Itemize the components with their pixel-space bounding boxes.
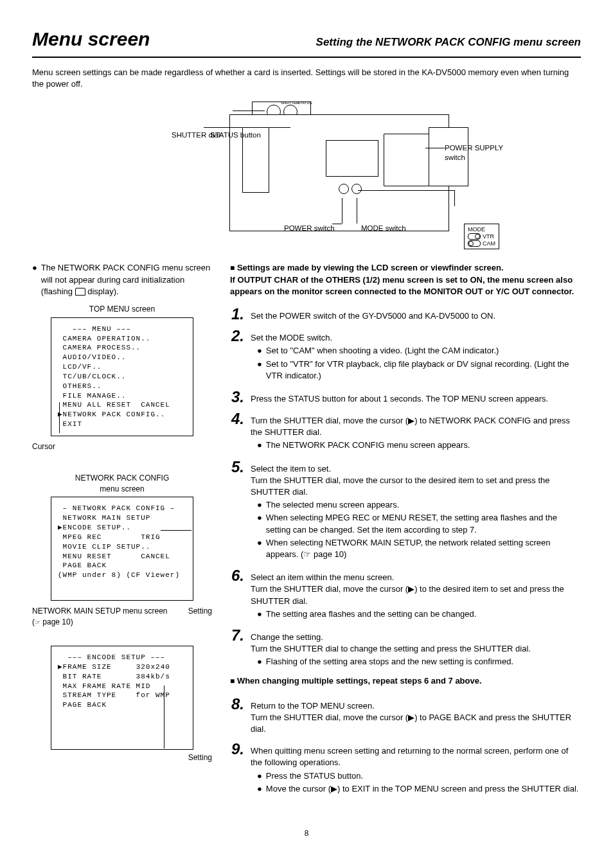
label-mode-switch: MODE switch	[361, 224, 406, 233]
steps-list-2: 8.Return to the TOP MENU screen.Turn the…	[230, 696, 581, 796]
steps-list: 1.Set the POWER switch of the GY-DV5000 …	[230, 306, 581, 669]
sub-bullet: ●Press the STATUS button.	[257, 770, 581, 782]
step-number: 4.	[230, 411, 244, 453]
sub-bullet: ●The selected menu screen appears.	[257, 499, 581, 511]
step-body: Press the STATUS button for about 1 seco…	[251, 393, 581, 405]
step: 4.Turn the SHUTTER dial, move the cursor…	[230, 411, 581, 453]
npc-caption: NETWORK PACK CONFIG menu screen	[32, 473, 212, 495]
left-column: ● The NETWORK PACK CONFIG menu screen wi…	[32, 262, 212, 802]
camera-diagram: SHUTTER STATUS SHUTTER dial STATUS butto…	[127, 102, 486, 243]
sub-bullet: ●Set to "VTR" for VTR playback, clip fil…	[257, 359, 581, 382]
step: 3.Press the STATUS button for about 1 se…	[230, 389, 581, 405]
sub-bullet: ●The setting area flashes and the settin…	[257, 608, 581, 620]
sub-bullet: ●Flashing of the setting area stops and …	[257, 656, 581, 668]
label-power-supply: POWER SUPPLY switch	[445, 143, 509, 162]
settings-note: ■ Settings are made by viewing the LCD s…	[230, 262, 581, 297]
pointer-icon: ☞	[35, 619, 40, 626]
step-body: Change the setting.Turn the SHUTTER dial…	[251, 632, 581, 669]
repeat-note: ■ When changing multiple settings, repea…	[230, 675, 581, 687]
step-number: 9.	[230, 741, 244, 796]
step-body: Set the POWER switch of the GY-DV5000 an…	[251, 310, 581, 322]
sub-bullet: ●When selecting NETWORK MAIN SETUP, the …	[257, 537, 581, 560]
step: 9.When quitting menu screen setting and …	[230, 741, 581, 796]
step-body: Return to the TOP MENU screen.Turn the S…	[251, 700, 581, 736]
step: 8.Return to the TOP MENU screen.Turn the…	[230, 696, 581, 736]
page-subtitle: Setting the NETWORK PACK CONFIG menu scr…	[163, 35, 581, 50]
page-title: Menu screen	[32, 26, 150, 53]
step-body: Turn the SHUTTER dial, move the cursor (…	[251, 415, 581, 453]
step-number: 3.	[230, 389, 244, 405]
mode-panel: MODE VTR CAM	[464, 224, 499, 249]
nms-caption: NETWORK MAIN SETUP menu screen	[32, 607, 168, 616]
step-number: 6.	[230, 568, 244, 621]
step-number: 7.	[230, 628, 244, 669]
mode-panel-title: MODE	[468, 226, 495, 233]
config-note: ● The NETWORK PACK CONFIG menu screen wi…	[32, 262, 212, 297]
step: 5.Select the item to set.Turn the SHUTTE…	[230, 459, 581, 562]
sub-bullet: ●Move the cursor (▶) to EXIT in the TOP …	[257, 783, 581, 795]
top-menu-screen: ––– MENU ––– CAMERA OPERATION.. CAMERA P…	[51, 317, 193, 436]
step-body: Select an item within the menu screen.Tu…	[251, 572, 581, 621]
mode-cam-label: CAM	[483, 240, 495, 247]
knob-label-shutter: SHUTTER	[281, 100, 299, 105]
step: 2.Set the MODE switch.●Set to "CAM" when…	[230, 328, 581, 383]
step-number: 2.	[230, 328, 244, 383]
step: 6.Select an item within the menu screen.…	[230, 568, 581, 621]
label-power-switch: POWER switch	[284, 224, 335, 233]
encode-setup-screen: ––– ENCODE SETUP ––– ▶FRAME SIZE 320x240…	[51, 646, 193, 750]
step-number: 5.	[230, 459, 244, 562]
step-body: When quitting menu screen setting and re…	[251, 745, 581, 796]
setting-label-2: Setting	[188, 752, 212, 763]
top-menu-caption: TOP MENU screen	[32, 304, 212, 315]
page-header: Menu screen Setting the NETWORK PACK CON…	[32, 26, 581, 58]
step-body: Select the item to set.Turn the SHUTTER …	[251, 463, 581, 562]
step: 7.Change the setting.Turn the SHUTTER di…	[230, 628, 581, 669]
sub-bullet: ●The NETWORK PACK CONFIG menu screen app…	[257, 439, 581, 451]
knob-label-status: STATUS	[298, 100, 312, 105]
setting-label-1: Setting	[188, 606, 212, 628]
page-number: 8	[32, 828, 581, 839]
sub-bullet: ●Set to "CAM" when shooting a video. (Li…	[257, 345, 581, 357]
step-number: 8.	[230, 696, 244, 736]
sub-bullet: ●When selecting MPEG REC or MENU RESET, …	[257, 512, 581, 535]
card-icon	[75, 288, 85, 296]
label-status-button: STATUS button	[210, 130, 261, 139]
right-column: ■ Settings are made by viewing the LCD s…	[230, 262, 581, 802]
step-number: 1.	[230, 306, 244, 322]
step: 1.Set the POWER switch of the GY-DV5000 …	[230, 306, 581, 322]
mode-vtr-label: VTR	[483, 233, 494, 240]
npc-menu-screen: – NETWORK PACK CONFIG – NETWORK MAIN SET…	[51, 497, 193, 601]
cursor-label: Cursor	[32, 441, 212, 452]
step-body: Set the MODE switch.●Set to "CAM" when s…	[251, 332, 581, 383]
intro-paragraph: Menu screen settings can be made regardl…	[32, 67, 581, 90]
